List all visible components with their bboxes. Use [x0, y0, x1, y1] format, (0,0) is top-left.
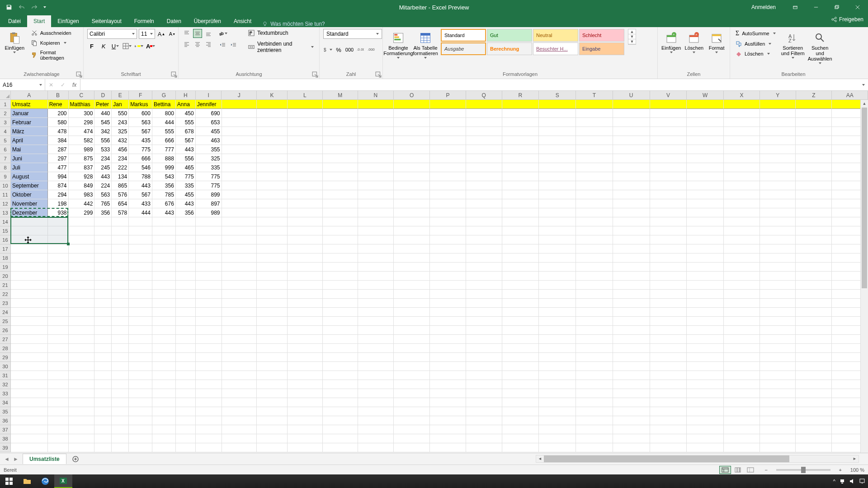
cell[interactable]	[466, 434, 502, 443]
cell[interactable]	[112, 281, 129, 290]
cell[interactable]	[466, 163, 502, 172]
cell[interactable]	[129, 253, 152, 263]
row-header[interactable]: 30	[0, 362, 11, 371]
cell[interactable]	[11, 253, 48, 263]
cell[interactable]	[394, 136, 430, 145]
cell[interactable]	[48, 253, 69, 263]
cell[interactable]	[323, 344, 358, 353]
cell[interactable]	[613, 407, 650, 416]
cell[interactable]: Markus	[129, 100, 152, 109]
row-header[interactable]: 21	[0, 281, 11, 290]
cell[interactable]	[430, 190, 466, 199]
cell[interactable]	[112, 299, 129, 308]
cell[interactable]	[222, 425, 257, 434]
cell[interactable]	[257, 353, 288, 362]
cell[interactable]	[112, 253, 129, 263]
cell[interactable]	[539, 389, 576, 398]
cell[interactable]	[760, 145, 796, 154]
cell[interactable]: 435	[129, 136, 152, 145]
cell[interactable]: 555	[176, 118, 196, 127]
cell[interactable]	[539, 317, 576, 326]
cell[interactable]	[796, 208, 832, 217]
cell[interactable]	[94, 353, 112, 362]
cell[interactable]	[613, 389, 650, 398]
cell[interactable]	[152, 344, 176, 353]
cell[interactable]: 928	[69, 172, 95, 181]
style-eingabe[interactable]: Eingabe	[579, 42, 624, 55]
cell[interactable]	[796, 235, 832, 244]
cell[interactable]	[613, 163, 650, 172]
cell[interactable]	[358, 317, 394, 326]
cell[interactable]	[613, 434, 650, 443]
cell[interactable]	[502, 380, 539, 389]
cell[interactable]	[650, 416, 687, 425]
cell[interactable]: 800	[152, 109, 176, 118]
cell[interactable]	[257, 389, 288, 398]
cell[interactable]	[613, 100, 650, 109]
cell[interactable]	[724, 335, 760, 344]
cell[interactable]	[687, 100, 724, 109]
cell[interactable]	[288, 326, 323, 335]
cell[interactable]	[152, 380, 176, 389]
cell[interactable]	[466, 109, 502, 118]
cell[interactable]	[323, 326, 358, 335]
cell[interactable]	[724, 290, 760, 299]
cell[interactable]	[613, 217, 650, 226]
cell[interactable]	[430, 100, 466, 109]
cell[interactable]	[222, 127, 257, 136]
cell[interactable]	[394, 118, 430, 127]
cell[interactable]	[796, 299, 832, 308]
cell[interactable]	[112, 398, 129, 407]
cell[interactable]	[11, 263, 48, 272]
cell[interactable]	[358, 208, 394, 217]
cell[interactable]	[613, 263, 650, 272]
cell[interactable]	[539, 335, 576, 344]
cell[interactable]	[466, 190, 502, 199]
cell[interactable]	[394, 226, 430, 235]
cell[interactable]	[394, 389, 430, 398]
cell[interactable]	[222, 416, 257, 425]
cell[interactable]: 243	[112, 118, 129, 127]
cell[interactable]	[196, 235, 222, 244]
cell[interactable]	[69, 398, 95, 407]
cell[interactable]	[323, 380, 358, 389]
cell[interactable]	[576, 226, 613, 235]
cell[interactable]	[11, 389, 48, 398]
cell[interactable]	[724, 326, 760, 335]
cell[interactable]	[430, 317, 466, 326]
cell[interactable]	[687, 163, 724, 172]
cell[interactable]: 356	[94, 208, 112, 217]
cell[interactable]: 443	[152, 208, 176, 217]
cell[interactable]	[687, 181, 724, 190]
cell[interactable]	[724, 136, 760, 145]
cell[interactable]	[576, 335, 613, 344]
row-header[interactable]: 14	[0, 217, 11, 226]
cell[interactable]	[430, 398, 466, 407]
cell[interactable]	[796, 181, 832, 190]
cell[interactable]	[196, 407, 222, 416]
cell[interactable]	[613, 109, 650, 118]
column-header[interactable]: P	[430, 91, 466, 99]
cell[interactable]	[466, 407, 502, 416]
cell[interactable]: 298	[69, 118, 95, 127]
cell[interactable]	[358, 100, 394, 109]
cell[interactable]: März	[11, 127, 48, 136]
cell[interactable]	[288, 127, 323, 136]
cell[interactable]	[176, 335, 196, 344]
cell[interactable]	[724, 217, 760, 226]
cell[interactable]: Oktober	[11, 190, 48, 199]
cell[interactable]: November	[11, 199, 48, 208]
cell[interactable]	[796, 127, 832, 136]
cut-button[interactable]: Ausschneiden	[29, 29, 80, 37]
tell-me-search[interactable]: Was möchten Sie tun?	[262, 21, 325, 27]
cell[interactable]	[796, 317, 832, 326]
column-header[interactable]: AA	[832, 91, 868, 99]
cell[interactable]	[257, 190, 288, 199]
cell[interactable]	[576, 281, 613, 290]
cell[interactable]	[796, 443, 832, 452]
cell[interactable]	[430, 371, 466, 380]
cell[interactable]	[796, 172, 832, 181]
cell[interactable]	[539, 109, 576, 118]
cell[interactable]	[796, 136, 832, 145]
cell[interactable]	[152, 443, 176, 452]
